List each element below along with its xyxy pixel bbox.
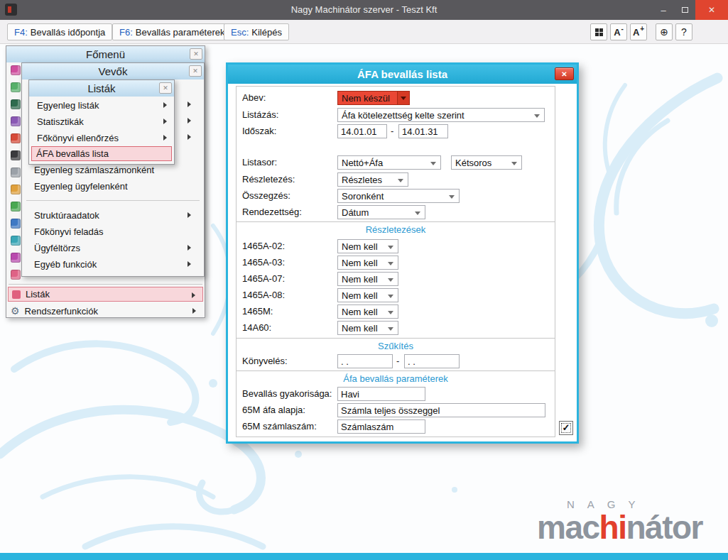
- menu-icon-6: [11, 150, 21, 160]
- toolbar-icon-group: A- A+ ⊕ ?: [587, 23, 692, 40]
- f4-bevallas-idopontja-button[interactable]: F4:Bevallás időpontja: [7, 23, 112, 40]
- 1465a03-dropdown[interactable]: Nem kell: [337, 256, 398, 270]
- menu-icon-13: [11, 270, 21, 280]
- menu-item-label: Ügyféltörzs: [34, 243, 80, 253]
- submenu-arrow-icon: [188, 261, 191, 267]
- vevok-header: Vevők ✕: [22, 63, 204, 79]
- 14a60-dropdown[interactable]: Nem kell: [337, 321, 398, 335]
- submenu-arrow-icon: [192, 292, 195, 298]
- font-decrease-button[interactable]: A-: [610, 23, 627, 40]
- menu-item-listak[interactable]: Listák: [8, 287, 203, 302]
- listasor-mode-dropdown[interactable]: Kétsoros: [451, 155, 522, 170]
- dialog-title: ÁFA bevallás lista: [357, 68, 447, 80]
- submenu-arrow-icon: [163, 102, 167, 108]
- submenu-arrow-icon: [188, 118, 191, 123]
- vevok-close-button[interactable]: ✕: [189, 65, 202, 77]
- logo-part-gray: mac: [537, 509, 599, 546]
- menu-item-egyenleg-listak[interactable]: Egyenleg listák: [31, 97, 173, 114]
- afa-alapja-field[interactable]: [337, 403, 545, 417]
- 1465a03-label: 1465A-03:: [242, 257, 285, 268]
- f6-bevallas-parameterek-button[interactable]: F6:Bevallás paraméterek: [112, 23, 232, 40]
- menu-item-label: ÁFA bevallás lista: [36, 148, 109, 159]
- esc-kilepes-button[interactable]: Esc:Kilépés: [224, 23, 289, 40]
- listazas-dropdown[interactable]: Áfa kötelezettség kelte szerint: [337, 108, 545, 122]
- submenu-arrow-icon: [188, 212, 191, 218]
- listak-close-button[interactable]: ✕: [159, 82, 172, 94]
- titlebar: Nagy Machinátor szerver - Teszt Kft – ✕: [0, 0, 728, 20]
- menu-item-egyeb-funkciok[interactable]: Egyéb funkciók: [23, 256, 202, 273]
- listasor-dropdown[interactable]: Nettó+Áfa: [337, 155, 441, 170]
- menu-icon-9: [11, 202, 21, 212]
- dropdown-arrow-icon: [388, 246, 393, 249]
- menu-item-label: Egyenleg ügyfelenként: [34, 181, 128, 192]
- 1465a07-label: 1465A-07:: [242, 273, 285, 284]
- abev-dropdown[interactable]: Nem készül: [337, 91, 410, 105]
- 14a60-value: Nem kell: [342, 323, 378, 334]
- help-button[interactable]: ?: [675, 23, 692, 40]
- gyakorisag-label: Bevallás gyakorisága:: [242, 388, 332, 399]
- reszletezes-dropdown[interactable]: Részletes: [337, 172, 408, 187]
- 1465a07-value: Nem kell: [342, 274, 378, 285]
- font-increase-button[interactable]: A+: [630, 23, 647, 40]
- rendezettseg-dropdown[interactable]: Dátum: [337, 205, 425, 219]
- menu-item-afa-bevallas-lista[interactable]: ÁFA bevallás lista: [31, 146, 172, 161]
- 1465a08-value: Nem kell: [342, 290, 378, 301]
- menu-icon-11: [11, 236, 21, 246]
- 1465a07-dropdown[interactable]: Nem kell: [337, 272, 398, 286]
- idoszak-from-field[interactable]: [337, 124, 387, 138]
- menu-item-statisztikak[interactable]: Statisztikák: [31, 114, 173, 130]
- 14a60-label: 14A60:: [242, 322, 271, 333]
- submenu-arrow-icon: [163, 119, 167, 124]
- rendezettseg-label: Rendezettség:: [242, 207, 302, 217]
- menu-icon-5: [11, 133, 21, 143]
- konyveles-from-field[interactable]: [337, 354, 393, 368]
- dropdown-arrow-icon: [415, 212, 420, 215]
- gyakorisag-field[interactable]: [337, 387, 425, 401]
- menu-icon-12: [11, 253, 21, 263]
- afa-bevallas-dialog: ÁFA bevallás lista ✕ Abev: Nem készül Li…: [226, 62, 579, 444]
- dropdown-arrow-icon: [398, 179, 403, 182]
- osszegzes-dropdown[interactable]: Soronként: [337, 189, 460, 203]
- fomenu-close-button[interactable]: ✕: [190, 48, 202, 60]
- minus-icon: -: [621, 25, 624, 33]
- menu-item-label: Statisztikák: [37, 116, 84, 127]
- dialog-close-button[interactable]: ✕: [555, 67, 574, 80]
- tile-view-button[interactable]: [590, 23, 607, 40]
- menu-item-egyenleg-ugyfelenkent[interactable]: Egyenleg ügyfelenként: [23, 178, 202, 194]
- plus-icon: +: [640, 25, 644, 33]
- menu-item-label: Főkönyvi ellenőrzés: [37, 133, 119, 143]
- close-button[interactable]: ✕: [695, 0, 728, 20]
- szamlaszam-field[interactable]: [337, 419, 425, 434]
- minimize-button[interactable]: –: [653, 0, 674, 20]
- 1465a03-value: Nem kell: [342, 258, 378, 268]
- menu-icon-10: [11, 219, 21, 229]
- listasor-mode-value: Kétsoros: [455, 158, 491, 168]
- 1465a02-dropdown[interactable]: Nem kell: [337, 239, 398, 253]
- panel-title: Vevők: [99, 65, 128, 77]
- konyveles-to-field[interactable]: [404, 354, 460, 368]
- reszletezes-value: Részletes: [342, 175, 382, 185]
- listak-panel: Listák ✕ Egyenleg listák Statisztikák Fő…: [28, 79, 175, 165]
- menu-item-fokonyvi-ellenorzes[interactable]: Főkönyvi ellenőrzés: [31, 130, 173, 146]
- logo-machinator-text: machinátor: [537, 510, 702, 544]
- 1465a08-dropdown[interactable]: Nem kell: [337, 288, 398, 302]
- menu-item-fokonyvi-feladas[interactable]: Főkönyvi feladás: [23, 224, 202, 240]
- menu-icon-8: [11, 185, 21, 194]
- section-label: Szűkítés: [378, 341, 413, 351]
- globe-button[interactable]: ⊕: [656, 23, 673, 40]
- dropdown-arrow-icon: [388, 311, 393, 314]
- confirm-button[interactable]: ✓: [559, 421, 573, 435]
- listasor-value: Nettó+Áfa: [342, 158, 383, 168]
- menu-separator: [9, 284, 202, 285]
- idoszak-to-field[interactable]: [398, 124, 448, 138]
- range-dash: -: [396, 356, 399, 366]
- menu-item-strukturaadatok[interactable]: Struktúraadatok: [23, 207, 202, 224]
- osszegzes-value: Soronként: [342, 191, 384, 202]
- menu-item-ugyfeltorzs[interactable]: Ügyféltörzs: [23, 240, 202, 256]
- 1465m-dropdown[interactable]: Nem kell: [337, 304, 398, 319]
- maximize-button[interactable]: [674, 0, 695, 20]
- submenu-arrow-icon: [188, 245, 191, 251]
- dropdown-arrow-icon: [511, 162, 517, 165]
- dropdown-arrow-icon: [534, 114, 540, 118]
- menu-item-rendszerfunkciok[interactable]: ⚙ Rendszerfunkciók: [8, 303, 203, 319]
